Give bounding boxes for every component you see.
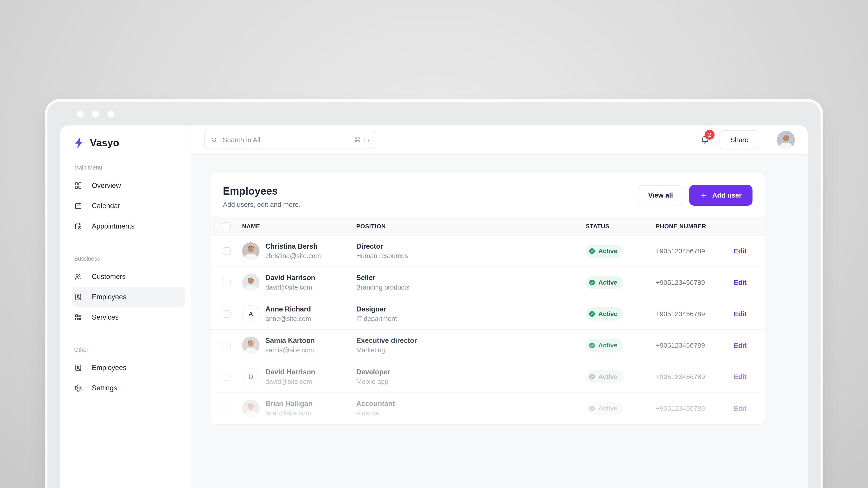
card-actions: View all Add user bbox=[638, 185, 752, 206]
employee-department: Branding products bbox=[356, 284, 586, 291]
plus-icon bbox=[700, 191, 708, 199]
employee-position: Designer bbox=[356, 305, 586, 313]
content-area: Employees Add users, edit and more. View… bbox=[191, 155, 808, 488]
employee-name: Samia Kartoon bbox=[266, 337, 315, 345]
brand-name: Vasyo bbox=[90, 137, 119, 149]
table-row: Brian Halliganbrian@site.comAccountantFi… bbox=[211, 393, 765, 424]
app-frame: Vasyo Main MenuOverviewCalendarAppointme… bbox=[60, 125, 808, 488]
search-box[interactable]: ⌘ + / bbox=[204, 131, 376, 149]
sidebar-item-calendar[interactable]: Calendar bbox=[72, 196, 182, 216]
sidebar-section-other: OtherEmployeesSettings bbox=[72, 346, 182, 398]
calendar-icon bbox=[74, 202, 82, 210]
table-row: David Harrisondavid@site.comSellerBrandi… bbox=[211, 267, 765, 298]
notifications-button[interactable]: 2 bbox=[699, 134, 711, 146]
table-body: Christina Bershchristina@site.comDirecto… bbox=[211, 236, 765, 424]
row-checkbox[interactable] bbox=[223, 247, 230, 255]
phone-number: +905123456789 bbox=[656, 279, 734, 286]
row-checkbox[interactable] bbox=[223, 310, 230, 318]
phone-number: +905123456789 bbox=[656, 405, 734, 412]
employee-email: brian@site.com bbox=[266, 409, 312, 417]
sidebar-item-employees[interactable]: Employees bbox=[72, 287, 185, 307]
employee-email: david@site.com bbox=[266, 284, 315, 291]
edit-button[interactable]: Edit bbox=[734, 405, 747, 412]
edit-button[interactable]: Edit bbox=[734, 279, 747, 286]
main-area: ⌘ + / 2 Share bbox=[191, 125, 808, 488]
search-input[interactable] bbox=[223, 136, 349, 144]
employee-position: Executive director bbox=[356, 337, 586, 345]
add-user-label: Add user bbox=[712, 191, 742, 199]
row-checkbox[interactable] bbox=[223, 373, 230, 380]
photo-avatar bbox=[242, 337, 259, 354]
employee-name: David Harrison bbox=[266, 274, 315, 282]
window-controls bbox=[77, 111, 114, 118]
traffic-dot[interactable] bbox=[107, 111, 114, 118]
bolt-icon bbox=[74, 136, 85, 149]
phone-number: +905123456789 bbox=[656, 310, 734, 318]
grid-icon bbox=[74, 182, 82, 190]
check-circle-icon bbox=[589, 279, 595, 286]
page-title: Employees bbox=[223, 185, 301, 197]
user-avatar[interactable] bbox=[777, 131, 795, 149]
table-row: Samia Kartoonsamia@site.comExecutive dir… bbox=[211, 330, 765, 361]
person-photo-icon bbox=[242, 337, 259, 354]
employee-department: Finance bbox=[356, 409, 586, 417]
row-checkbox[interactable] bbox=[223, 405, 230, 412]
employee-name: David Harrison bbox=[266, 368, 315, 376]
column-header-name: NAME bbox=[242, 223, 356, 230]
search-shortcut: ⌘ + / bbox=[354, 136, 370, 144]
photo-avatar bbox=[242, 400, 259, 417]
add-user-button[interactable]: Add user bbox=[689, 185, 752, 206]
share-button[interactable]: Share bbox=[719, 130, 759, 149]
person-photo-icon bbox=[242, 400, 259, 417]
notification-badge: 2 bbox=[705, 130, 715, 140]
traffic-dot[interactable] bbox=[92, 111, 99, 118]
check-circle-icon bbox=[589, 342, 595, 349]
card-header: Employees Add users, edit and more. View… bbox=[211, 173, 765, 217]
phone-number: +905123456789 bbox=[656, 341, 734, 349]
employee-department: IT department bbox=[356, 315, 586, 323]
person-photo-icon bbox=[242, 274, 259, 291]
edit-button[interactable]: Edit bbox=[734, 247, 747, 255]
check-circle-icon bbox=[589, 405, 595, 412]
employee-department: Marketing bbox=[356, 346, 586, 354]
sidebar-section-bussiness: BussinessCustomersEmployeesServices bbox=[72, 255, 182, 328]
id-badge-icon bbox=[74, 364, 82, 372]
edit-button[interactable]: Edit bbox=[734, 373, 747, 380]
topbar-actions: 2 Share bbox=[699, 130, 795, 149]
table-header: NAME POSITION STATUS PHONE NUMBER bbox=[211, 217, 765, 236]
sidebar-item-overview[interactable]: Overview bbox=[72, 175, 182, 196]
select-all-checkbox[interactable] bbox=[223, 222, 230, 230]
row-checkbox[interactable] bbox=[223, 279, 230, 286]
employees-card: Employees Add users, edit and more. View… bbox=[210, 173, 765, 424]
sidebar-item-services[interactable]: Services bbox=[72, 307, 182, 328]
status-badge: Active bbox=[586, 402, 623, 415]
page-subtitle: Add users, edit and more. bbox=[223, 201, 301, 208]
check-circle-icon bbox=[589, 248, 595, 254]
sidebar-item-customers[interactable]: Customers bbox=[72, 267, 182, 287]
section-label: Bussiness bbox=[74, 255, 182, 262]
section-label: Other bbox=[74, 346, 182, 353]
user-photo-icon bbox=[777, 131, 795, 149]
employee-position: Accountant bbox=[356, 400, 586, 408]
sidebar-nav: Main MenuOverviewCalendarAppointmentsBus… bbox=[72, 164, 182, 398]
sidebar-item-appointments[interactable]: Appointments bbox=[72, 216, 182, 237]
traffic-dot[interactable] bbox=[77, 111, 84, 118]
employee-email: anne@site.com bbox=[266, 315, 311, 323]
column-header-position: POSITION bbox=[356, 223, 586, 230]
check-circle-icon bbox=[589, 373, 595, 380]
topbar: ⌘ + / 2 Share bbox=[191, 125, 808, 155]
status-badge: Active bbox=[586, 245, 623, 258]
employee-name: Anne Richard bbox=[266, 305, 311, 313]
edit-button[interactable]: Edit bbox=[734, 341, 747, 349]
row-checkbox[interactable] bbox=[223, 341, 230, 349]
letter-avatar: A bbox=[242, 305, 259, 323]
sidebar-item-employees[interactable]: Employees bbox=[72, 358, 182, 378]
sidebar-item-settings[interactable]: Settings bbox=[72, 378, 182, 398]
id-badge-icon bbox=[74, 293, 82, 301]
view-all-button[interactable]: View all bbox=[638, 185, 683, 205]
employee-position: Developer bbox=[356, 368, 586, 376]
edit-button[interactable]: Edit bbox=[734, 310, 747, 318]
column-header-phone: PHONE NUMBER bbox=[656, 223, 734, 230]
browser-window: Vasyo Main MenuOverviewCalendarAppointme… bbox=[48, 102, 820, 488]
table-row: AAnne Richardanne@site.comDesignerIT dep… bbox=[211, 298, 765, 330]
